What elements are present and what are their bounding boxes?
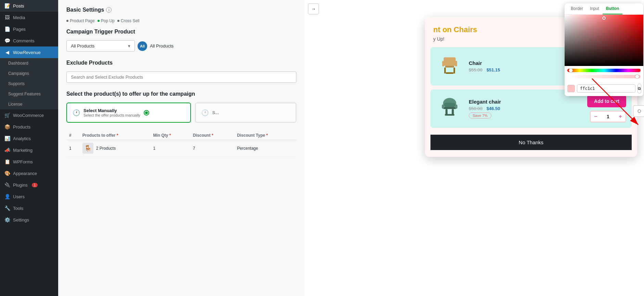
dot-popup: [98, 20, 100, 22]
sidebar-item-woocommerce[interactable]: 🛒 WooCommerce: [0, 109, 58, 121]
select-manually-radio[interactable]: [144, 110, 149, 116]
sidebar-item-products[interactable]: 📦 Products: [0, 121, 58, 133]
sidebar-item-supports[interactable]: Supports: [0, 79, 58, 89]
color-hex-input[interactable]: [577, 84, 635, 93]
qty-control-2: − 1 +: [590, 111, 626, 122]
tab-popup[interactable]: Pop Up: [98, 18, 115, 23]
all-products-dropdown[interactable]: All Products ▾: [66, 40, 135, 52]
tab-input[interactable]: Input: [587, 3, 603, 14]
tab-cross-sell[interactable]: Cross Sell: [117, 18, 140, 23]
sidebar-submenu-wowrevenue: Dashboard Campaigns Supports Suggest Fea…: [0, 58, 58, 109]
color-picker-tabs: Border Input Button: [565, 3, 643, 15]
analytics-icon: 📊: [4, 135, 10, 142]
plugins-icon: 🔌: [4, 182, 10, 188]
row-min-qty: 1: [150, 140, 190, 157]
qty-increase-2[interactable]: +: [615, 111, 626, 122]
info-icon[interactable]: i: [106, 7, 112, 13]
col-min-qty: Min Qty: [150, 131, 190, 140]
qty-decrease-2[interactable]: −: [591, 111, 601, 122]
svg-rect-6: [446, 72, 454, 74]
product-selector: All Products ▾ All All Products: [66, 40, 296, 52]
row-discount-type: Percentage: [234, 140, 296, 157]
color-hue-slider[interactable]: [567, 69, 641, 72]
sidebar-item-plugins[interactable]: 🔌 Plugins 1: [0, 179, 58, 191]
sidebar-item-comments[interactable]: 💬 Comments: [0, 35, 58, 46]
preview-panel: → Border Input Button: [305, 0, 644, 296]
dot-cross-sell: [117, 20, 119, 22]
product-img-1: [436, 53, 463, 80]
select-manually-subtitle: Select the offer products manually: [83, 113, 140, 117]
sidebar-item-suggest-features[interactable]: Suggest Features: [0, 89, 58, 99]
clock-icon-2: 🕐: [201, 109, 209, 117]
svg-rect-5: [453, 68, 455, 74]
media-icon: 🖼: [4, 14, 10, 21]
color-picker-popup: Border Input Button ⧉: [565, 3, 643, 96]
color-swatch[interactable]: [567, 85, 575, 92]
sidebar-item-license[interactable]: License: [0, 99, 58, 109]
sidebar-item-wpforms[interactable]: 📋 WPForms: [0, 156, 58, 167]
color-opacity-thumb: [635, 75, 639, 79]
svg-rect-16: [455, 105, 458, 109]
tab-button[interactable]: Button: [603, 3, 623, 14]
exclude-products-search[interactable]: [66, 71, 296, 83]
qty-value-2: 1: [603, 114, 613, 119]
sidebar-item-pages[interactable]: 📄 Pages: [0, 23, 58, 35]
sidebar-item-posts[interactable]: 📝 Posts: [0, 0, 58, 12]
color-copy-button[interactable]: ⧉: [637, 84, 641, 93]
preview-toolbar-area: →: [308, 3, 319, 14]
users-icon: 👤: [4, 193, 10, 200]
main-content: Basic Settings i Product Page Pop Up Cro…: [58, 0, 644, 296]
color-input-row: ⧉ ↺: [565, 81, 643, 96]
plugins-badge: 1: [32, 183, 38, 187]
sidebar-item-settings[interactable]: ⚙️ Settings: [0, 214, 58, 226]
product-label: 2 Products: [96, 146, 116, 151]
col-discount: Discount: [190, 131, 234, 140]
svg-rect-11: [443, 107, 456, 109]
col-discount-type: Discount Type: [234, 131, 296, 140]
tools-icon: 🔧: [4, 205, 10, 211]
sidebar-item-tools[interactable]: 🔧 Tools: [0, 202, 58, 214]
col-num: #: [66, 131, 80, 140]
svg-rect-10: [444, 103, 455, 107]
campaign-trigger-section: Campaign Trigger Product All Products ▾ …: [66, 29, 296, 52]
chair-image-2: [438, 97, 462, 121]
sidebar-item-marketing[interactable]: 📣 Marketing: [0, 144, 58, 156]
qty-toolbar: ⬡ ⊟ ⊞: [633, 105, 644, 117]
sidebar-item-analytics[interactable]: 📊 Analytics: [0, 133, 58, 144]
settings-panel: Basic Settings i Product Page Pop Up Cro…: [58, 0, 305, 296]
tab-product-page[interactable]: Product Page: [66, 18, 95, 23]
sidebar: 📝 Posts 🖼 Media 📄 Pages 💬 Comments ◀ Wow…: [0, 0, 58, 296]
qty-toolbar-btn-1[interactable]: ⬡: [635, 107, 644, 116]
sidebar-item-campaigns[interactable]: Campaigns: [0, 68, 58, 79]
sidebar-item-users[interactable]: 👤 Users: [0, 191, 58, 202]
col-products: Products to offer: [80, 131, 151, 140]
tab-border[interactable]: Border: [567, 3, 587, 14]
clock-icon: 🕐: [73, 109, 80, 117]
select-manually-section: 🕐 Select Manually Select the offer produ…: [66, 103, 296, 123]
svg-rect-4: [444, 68, 446, 74]
add-to-cart-button-2[interactable]: Add to cart: [587, 95, 626, 107]
select-other-card[interactable]: 🕐 S...: [195, 103, 296, 123]
nav-forward-button[interactable]: →: [308, 3, 319, 14]
product-actions-2: Add to cart − 1 +: [587, 95, 626, 122]
wpforms-icon: 📋: [4, 159, 10, 165]
svg-rect-7: [442, 61, 444, 66]
svg-rect-3: [445, 66, 454, 67]
pages-icon: 📄: [4, 26, 10, 32]
basic-settings-title: Basic Settings i: [66, 7, 296, 13]
select-manually-card[interactable]: 🕐 Select Manually Select the offer produ…: [66, 103, 191, 123]
color-gradient-cursor: [602, 16, 606, 20]
no-thanks-button[interactable]: No Thanks: [430, 135, 632, 150]
product-info-2: Elegant chair $50.00 $46.50 Save 7%: [469, 99, 582, 119]
appearance-icon: 🎨: [4, 170, 10, 176]
color-gradient[interactable]: [565, 15, 643, 66]
sidebar-item-wowrevenue[interactable]: ◀ WowRevenue: [0, 46, 58, 58]
tab-pills: Product Page Pop Up Cross Sell: [66, 18, 296, 23]
color-opacity-slider[interactable]: [567, 75, 641, 78]
exclude-products-section: Exclude Products: [66, 60, 296, 83]
comments-icon: 💬: [4, 38, 10, 44]
sidebar-item-media[interactable]: 🖼 Media: [0, 12, 58, 23]
sidebar-item-appearance[interactable]: 🎨 Appearance: [0, 167, 58, 179]
sidebar-item-dashboard[interactable]: Dashboard: [0, 58, 58, 68]
product-name-2: Elegant chair: [469, 99, 582, 105]
